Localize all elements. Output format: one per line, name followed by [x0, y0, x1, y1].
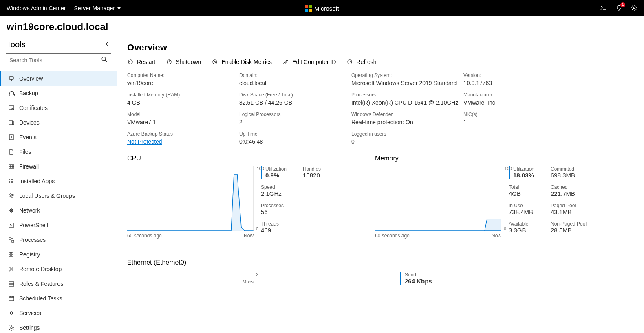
search-icon [101, 56, 108, 64]
svg-rect-19 [9, 283, 14, 285]
cpu-chart: CPU 100 0 60 seconds agoNow [127, 155, 351, 239]
power-icon [166, 59, 172, 65]
cpu-line-chart [127, 166, 254, 231]
info-manufacturer: ManufacturerVMware, Inc. [463, 92, 576, 106]
mem-committed: Committed698.3MB [551, 166, 587, 179]
files-icon [8, 148, 15, 156]
apps-icon [8, 177, 15, 185]
svg-rect-14 [9, 252, 11, 254]
svg-rect-16 [11, 252, 13, 254]
mem-paged: Paged Pool43.1MB [551, 203, 587, 215]
collapse-sidebar-button[interactable] [104, 41, 110, 49]
search-tools-input[interactable] [6, 53, 111, 67]
svg-rect-20 [9, 285, 14, 286]
svg-point-9 [10, 194, 11, 195]
info-processors: Processors:Intel(R) Xeon(R) CPU D-1541 @… [351, 92, 463, 106]
mem-inuse: In Use738.4MB [509, 203, 534, 215]
overview-icon [8, 75, 15, 82]
refresh-icon [346, 59, 353, 65]
info-disk: Disk Space (Free / Total):32.51 GB / 44.… [239, 92, 351, 106]
sidebar-item-firewall[interactable]: Firewall [0, 159, 117, 174]
sidebar-item-settings[interactable]: Settings [0, 320, 117, 333]
memory-chart: Memory 100 0 60 seconds agoNow [375, 155, 623, 239]
ethernet-send: Send264 Kbps [400, 272, 432, 285]
tools-heading: Tools [7, 40, 26, 49]
sidebar-item-network[interactable]: Network [0, 203, 117, 218]
cpu-processes: Processes56 [261, 203, 287, 215]
app-title[interactable]: Windows Admin Center [7, 5, 66, 11]
sidebar-item-devices[interactable]: Devices [0, 115, 117, 130]
azure-backup-link[interactable]: Not Protected [127, 138, 239, 145]
info-os: Operating System:Microsoft Windows Serve… [351, 72, 463, 86]
sidebar-item-services[interactable]: Services [0, 306, 117, 320]
cloud-shell-icon[interactable] [600, 4, 607, 12]
mem-available: Available3.3GB [509, 221, 534, 234]
search-input-field[interactable] [9, 57, 101, 64]
server-manager-label: Server Manager [74, 5, 115, 11]
microsoft-logo-icon [305, 5, 312, 12]
processes-icon [8, 236, 15, 243]
info-azure-backup: Azure Backup StatusNot Protected [127, 131, 239, 145]
ethernet-section: Ethernet (Ethernet0) 2 Mbps Send264 Kbps [127, 259, 634, 285]
svg-rect-21 [9, 296, 14, 301]
sidebar-item-registry[interactable]: Registry [0, 247, 117, 262]
events-icon [8, 134, 15, 141]
svg-rect-7 [9, 135, 13, 140]
svg-point-1 [102, 57, 106, 61]
firewall-icon [8, 163, 15, 170]
edit-computer-id-button[interactable]: Edit Computer ID [282, 59, 336, 65]
sidebar-item-overview[interactable]: Overview [0, 71, 117, 86]
info-domain: Domain:cloud.local [239, 72, 351, 86]
sidebar-item-roles-features[interactable]: Roles & Features [0, 276, 117, 291]
svg-rect-3 [9, 106, 14, 110]
info-uptime: Up Time0:0:46:48 [239, 131, 351, 145]
ethernet-title: Ethernet (Ethernet0) [127, 259, 634, 266]
services-icon [8, 309, 15, 317]
cpu-threads: Threads469 [261, 221, 287, 234]
svg-rect-6 [12, 122, 14, 125]
svg-rect-5 [9, 120, 12, 125]
sidebar-item-events[interactable]: Events [0, 130, 117, 145]
tool-list[interactable]: Overview Backup Certificates Devices Eve… [0, 71, 117, 333]
cpu-speed: Speed2.1GHz [261, 184, 287, 197]
registry-icon [8, 251, 15, 258]
server-hostname: win19core.cloud.local [0, 16, 644, 36]
devices-icon [8, 119, 15, 126]
mem-utilization: Utilization18.03% [509, 166, 534, 179]
sidebar-item-files[interactable]: Files [0, 145, 117, 159]
sidebar-item-scheduled-tasks[interactable]: Scheduled Tasks [0, 291, 117, 306]
sidebar-item-installed-apps[interactable]: Installed Apps [0, 174, 117, 188]
sidebar-item-certificates[interactable]: Certificates [0, 101, 117, 115]
disk-icon [212, 59, 218, 65]
info-ram: Installed Memory (RAM):4 GB [127, 92, 239, 106]
mem-total: Total4GB [509, 184, 534, 197]
sidebar-item-local-users[interactable]: Local Users & Groups [0, 188, 117, 203]
page-title: Overview [127, 42, 634, 53]
memory-line-chart [375, 166, 501, 231]
shutdown-button[interactable]: Shutdown [166, 59, 201, 65]
settings-icon [8, 324, 15, 331]
sidebar-item-powershell[interactable]: PowerShell [0, 218, 117, 232]
sidebar-item-backup[interactable]: Backup [0, 86, 117, 101]
powershell-icon [8, 221, 15, 229]
notifications-button[interactable]: 1 [615, 4, 622, 12]
sidebar-item-remote-desktop[interactable]: Remote Desktop [0, 262, 117, 276]
ethernet-unit: Mbps [127, 279, 254, 284]
settings-gear-icon[interactable] [631, 4, 637, 12]
svg-rect-18 [9, 282, 14, 283]
chevron-down-icon [117, 7, 121, 9]
refresh-button[interactable]: Refresh [346, 59, 376, 65]
info-logical: Logical Processors2 [239, 112, 351, 125]
edit-icon [282, 59, 289, 65]
svg-rect-12 [9, 237, 11, 239]
svg-rect-17 [11, 255, 13, 256]
server-manager-dropdown[interactable]: Server Manager [74, 5, 121, 11]
enable-disk-metrics-button[interactable]: Enable Disk Metrics [212, 59, 272, 65]
info-logged-users: Logged in users0 [351, 131, 463, 145]
svg-rect-15 [9, 255, 11, 256]
info-grid: Computer Name:win19core Domain:cloud.loc… [127, 72, 634, 145]
restart-button[interactable]: Restart [127, 59, 155, 65]
certificates-icon [8, 104, 15, 112]
svg-point-0 [633, 7, 635, 9]
sidebar-item-processes[interactable]: Processes [0, 232, 117, 247]
